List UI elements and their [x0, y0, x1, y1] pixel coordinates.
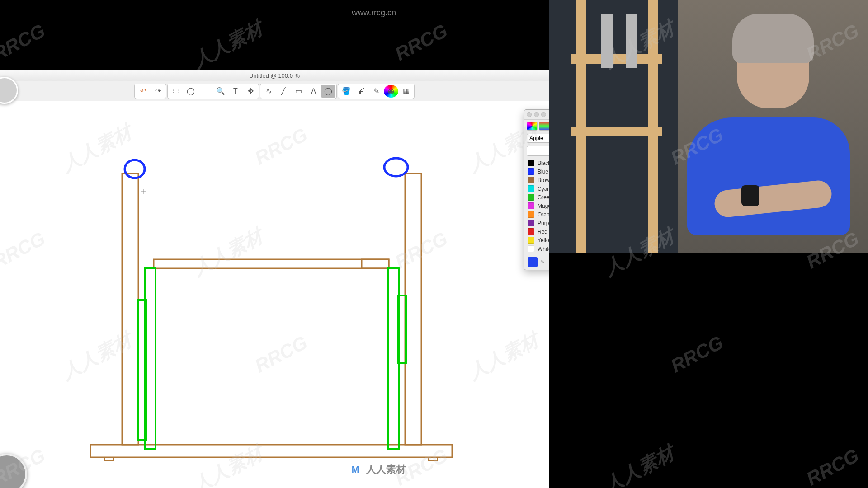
color-swatch: [528, 228, 534, 235]
color-swatch: [528, 185, 534, 192]
color-sliders-tab[interactable]: [539, 122, 550, 131]
presenter: [678, 0, 868, 253]
pencil-tool[interactable]: ✎: [369, 85, 383, 98]
drawing-canvas[interactable]: [0, 101, 549, 488]
color-tool[interactable]: ◉: [384, 85, 398, 98]
rect-select-tool[interactable]: ⬚: [169, 85, 183, 98]
toolbar-paint: 🪣 🖌 ✎ ◉ ▦: [338, 84, 415, 99]
eyedropper-icon[interactable]: ✎: [540, 259, 545, 265]
ellipse-tool[interactable]: ◯: [321, 85, 335, 98]
lasso-tool[interactable]: ◯: [184, 85, 198, 98]
line-tool[interactable]: ╱: [276, 85, 291, 98]
svg-rect-3: [122, 174, 138, 445]
toolbar-select: ⬚ ◯ ⌗ 🔍 T ✥: [167, 84, 259, 99]
undo-button[interactable]: ↶: [136, 85, 150, 98]
redo-button[interactable]: ↷: [151, 85, 165, 98]
color-name-label: Cyan: [538, 186, 550, 192]
color-name-label: Red: [538, 229, 547, 235]
toolbar: ↶ ↷ ⬚ ◯ ⌗ 🔍 T ✥ ∿ ╱ ▭ ⋀ ◯ 🪣 🖌 ✎ ◉ ▦: [0, 81, 549, 101]
zoom-icon[interactable]: [541, 112, 546, 117]
svg-rect-6: [362, 259, 389, 268]
url-watermark: www.rrcg.cn: [352, 8, 396, 18]
video-top-black: www.rrcg.cn: [0, 0, 549, 70]
fill-tool[interactable]: 🪣: [339, 85, 354, 98]
crop-tool[interactable]: ⌗: [198, 85, 213, 98]
freehand-tool[interactable]: ∿: [261, 85, 276, 98]
window-title-bar[interactable]: Untitled @ 100.0 %: [0, 70, 549, 81]
polyline-tool[interactable]: ⋀: [306, 85, 321, 98]
color-swatch: [528, 202, 534, 209]
brush-tool[interactable]: 🖌: [354, 85, 368, 98]
color-swatch: [528, 177, 534, 183]
svg-rect-5: [154, 259, 389, 268]
zoom-tool[interactable]: 🔍: [213, 85, 228, 98]
color-swatch: [528, 160, 534, 166]
svg-point-11: [125, 160, 145, 178]
minimize-icon[interactable]: [534, 112, 539, 117]
toolbar-shapes: ∿ ╱ ▭ ⋀ ◯: [260, 84, 337, 99]
drawing-app-window: Untitled @ 100.0 % ↶ ↷ ⬚ ◯ ⌗ 🔍 T ✥ ∿ ╱ ▭…: [0, 70, 549, 488]
easel-structure: [558, 0, 684, 253]
presenter-video: [549, 0, 868, 253]
video-bottom-black: [549, 253, 868, 488]
window-title: Untitled @ 100.0 %: [249, 72, 300, 79]
color-name-label: Blue: [538, 169, 548, 175]
rectangle-tool[interactable]: ▭: [291, 85, 306, 98]
text-tool[interactable]: T: [228, 85, 243, 98]
toolbar-history: ↶ ↷: [134, 84, 166, 99]
close-icon[interactable]: [527, 112, 532, 117]
color-swatch: [528, 194, 534, 201]
color-swatch: [528, 237, 534, 244]
color-swatch: [528, 220, 534, 226]
svg-rect-4: [405, 174, 421, 445]
swatches-tool[interactable]: ▦: [399, 85, 413, 98]
svg-point-12: [384, 158, 408, 176]
move-tool[interactable]: ✥: [243, 85, 258, 98]
color-swatch: [528, 211, 534, 218]
selected-color-swatch: [528, 257, 538, 267]
color-swatch: [528, 245, 534, 252]
color-wheel-tab[interactable]: [527, 122, 538, 131]
color-swatch: [528, 168, 534, 175]
